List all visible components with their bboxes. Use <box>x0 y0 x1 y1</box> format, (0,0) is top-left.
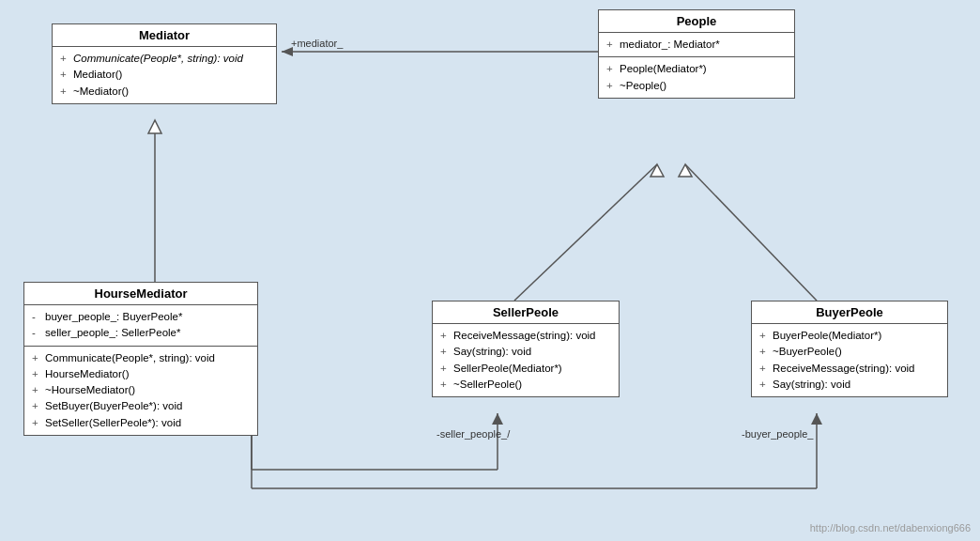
seller-title: SellerPeole <box>433 301 619 324</box>
mediator-arrow-label: +mediator_ <box>291 38 343 49</box>
seller-section2: + ReceiveMessage(string): void + Say(str… <box>433 324 619 396</box>
watermark: http://blog.csdn.net/dabenxiong666 <box>810 522 971 533</box>
buyer-title: BuyerPeole <box>752 301 947 324</box>
people-title: People <box>599 10 794 33</box>
house-mediator-section1: - buyer_people_: BuyerPeole* - seller_pe… <box>24 305 257 347</box>
buyer-peole-class: BuyerPeole + BuyerPeole(Mediator*) + ~Bu… <box>751 301 948 397</box>
seller-peole-class: SellerPeole + ReceiveMessage(string): vo… <box>432 301 620 397</box>
mediator-row-1: + Communicate(People*, string): void <box>60 51 268 67</box>
svg-line-4 <box>514 164 657 301</box>
hm-attr-2: - seller_people_: SellerPeole* <box>32 325 250 341</box>
svg-line-6 <box>685 164 817 301</box>
buyer-section2: + BuyerPeole(Mediator*) + ~BuyerPeole() … <box>752 324 947 396</box>
mediator-title: Mediator <box>53 24 276 47</box>
house-mediator-section2: + Communicate(People*, string): void + H… <box>24 347 257 435</box>
house-mediator-title: HourseMediator <box>24 283 257 305</box>
people-row-1: + People(Mediator*) <box>606 61 787 77</box>
people-section2: + People(Mediator*) + ~People() <box>599 57 794 98</box>
buyer-label: -buyer_people_ <box>742 428 813 440</box>
mediator-row-3: + ~Mediator() <box>60 84 268 100</box>
people-section1: + mediator_: Mediator* <box>599 33 794 57</box>
people-attr-1: + mediator_: Mediator* <box>606 37 787 53</box>
svg-marker-11 <box>492 413 503 425</box>
people-row-2: + ~People() <box>606 78 787 94</box>
house-mediator-class: HourseMediator - buyer_people_: BuyerPeo… <box>23 282 258 436</box>
seller-label: -seller_people_/ <box>436 428 510 440</box>
svg-marker-5 <box>651 164 664 177</box>
mediator-class: Mediator + Communicate(People*, string):… <box>52 23 277 104</box>
hm-attr-1: - buyer_people_: BuyerPeole* <box>32 309 250 325</box>
svg-marker-15 <box>811 413 822 425</box>
svg-marker-7 <box>679 164 692 177</box>
people-class: People + mediator_: Mediator* + People(M… <box>598 9 795 99</box>
mediator-row-2: + Mediator() <box>60 67 268 83</box>
svg-marker-3 <box>148 120 161 133</box>
mediator-section2: + Communicate(People*, string): void + M… <box>53 47 276 103</box>
